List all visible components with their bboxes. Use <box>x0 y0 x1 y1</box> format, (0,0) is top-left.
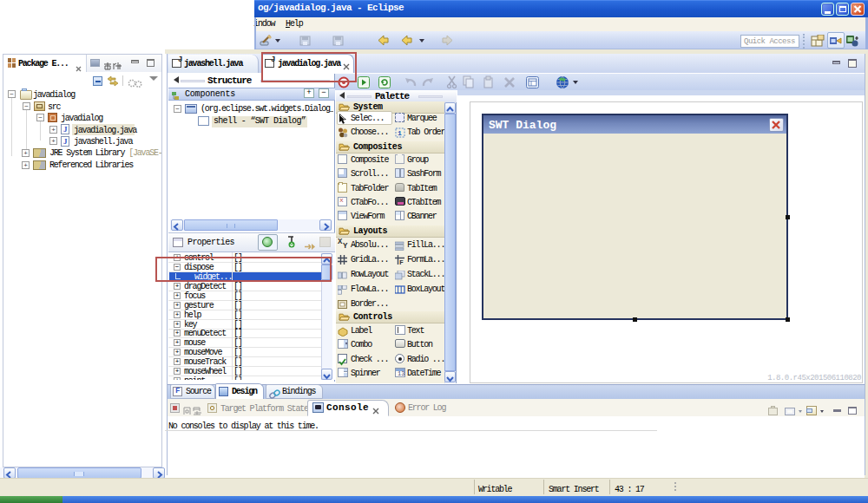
svg-text:F: F <box>399 258 404 266</box>
svg-text:1: 1 <box>398 129 402 137</box>
